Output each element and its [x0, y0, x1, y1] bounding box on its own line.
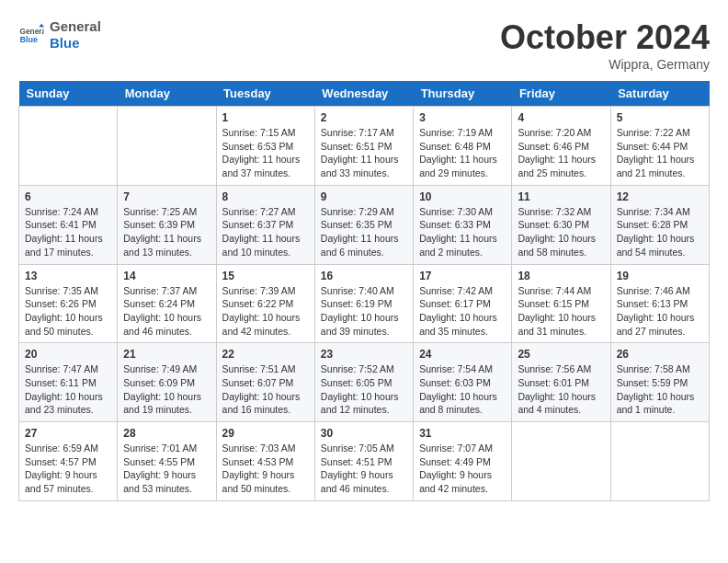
- day-info: Sunrise: 7:27 AM Sunset: 6:37 PM Dayligh…: [222, 205, 309, 259]
- calendar-cell: 10Sunrise: 7:30 AM Sunset: 6:33 PM Dayli…: [414, 185, 512, 264]
- calendar-cell: 18Sunrise: 7:44 AM Sunset: 6:15 PM Dayli…: [512, 264, 610, 343]
- day-number: 14: [123, 270, 210, 282]
- day-info: Sunrise: 7:29 AM Sunset: 6:35 PM Dayligh…: [321, 205, 407, 259]
- day-number: 8: [222, 190, 309, 203]
- day-number: 3: [419, 111, 506, 124]
- calendar-cell: [610, 422, 709, 501]
- day-number: 4: [518, 111, 604, 124]
- day-number: 11: [518, 190, 604, 203]
- calendar-cell: 1Sunrise: 7:15 AM Sunset: 6:53 PM Daylig…: [216, 107, 314, 186]
- day-number: 10: [419, 190, 506, 203]
- title-block: October 2024 Wippra, Germany: [500, 18, 710, 72]
- calendar-header-row: SundayMondayTuesdayWednesdayThursdayFrid…: [19, 81, 710, 107]
- calendar-week-1: 1Sunrise: 7:15 AM Sunset: 6:53 PM Daylig…: [19, 107, 710, 186]
- day-number: 31: [419, 427, 506, 440]
- logo-blue-text: Blue: [50, 35, 101, 52]
- day-number: 19: [617, 270, 703, 282]
- svg-text:Blue: Blue: [19, 35, 38, 44]
- calendar-cell: 14Sunrise: 7:37 AM Sunset: 6:24 PM Dayli…: [118, 264, 216, 343]
- day-info: Sunrise: 7:44 AM Sunset: 6:15 PM Dayligh…: [518, 284, 604, 339]
- calendar-cell: 6Sunrise: 7:24 AM Sunset: 6:41 PM Daylig…: [19, 185, 118, 264]
- day-number: 23: [321, 348, 407, 361]
- calendar-cell: 15Sunrise: 7:39 AM Sunset: 6:22 PM Dayli…: [216, 264, 314, 343]
- logo-icon: General Blue: [18, 22, 44, 48]
- calendar-cell: 30Sunrise: 7:05 AM Sunset: 4:51 PM Dayli…: [314, 422, 413, 501]
- column-header-sunday: Sunday: [19, 81, 118, 107]
- calendar-week-3: 13Sunrise: 7:35 AM Sunset: 6:26 PM Dayli…: [19, 264, 710, 343]
- logo-general-text: General: [50, 18, 101, 35]
- day-info: Sunrise: 7:47 AM Sunset: 6:11 PM Dayligh…: [25, 362, 111, 417]
- day-number: 12: [617, 190, 703, 203]
- calendar-cell: 13Sunrise: 7:35 AM Sunset: 6:26 PM Dayli…: [19, 264, 118, 343]
- calendar-cell: 8Sunrise: 7:27 AM Sunset: 6:37 PM Daylig…: [216, 185, 314, 264]
- calendar-cell: 19Sunrise: 7:46 AM Sunset: 6:13 PM Dayli…: [610, 264, 709, 343]
- calendar-cell: 4Sunrise: 7:20 AM Sunset: 6:46 PM Daylig…: [512, 107, 610, 186]
- calendar-cell: 25Sunrise: 7:56 AM Sunset: 6:01 PM Dayli…: [512, 343, 610, 422]
- day-number: 29: [222, 427, 309, 440]
- day-info: Sunrise: 7:01 AM Sunset: 4:55 PM Dayligh…: [123, 442, 210, 496]
- day-number: 13: [25, 270, 111, 282]
- day-info: Sunrise: 7:42 AM Sunset: 6:17 PM Dayligh…: [419, 284, 506, 339]
- day-number: 20: [25, 348, 111, 361]
- calendar-cell: 3Sunrise: 7:19 AM Sunset: 6:48 PM Daylig…: [414, 107, 512, 186]
- calendar-cell: 5Sunrise: 7:22 AM Sunset: 6:44 PM Daylig…: [610, 107, 709, 186]
- day-number: 5: [617, 111, 703, 124]
- calendar-cell: 9Sunrise: 7:29 AM Sunset: 6:35 PM Daylig…: [314, 185, 413, 264]
- calendar-week-2: 6Sunrise: 7:24 AM Sunset: 6:41 PM Daylig…: [19, 185, 710, 264]
- day-info: Sunrise: 7:35 AM Sunset: 6:26 PM Dayligh…: [25, 284, 111, 339]
- day-info: Sunrise: 7:20 AM Sunset: 6:46 PM Dayligh…: [518, 126, 604, 180]
- calendar-cell: [512, 422, 610, 501]
- day-info: Sunrise: 7:30 AM Sunset: 6:33 PM Dayligh…: [419, 205, 506, 259]
- day-number: 22: [222, 348, 309, 361]
- day-number: 24: [419, 348, 506, 361]
- day-info: Sunrise: 7:52 AM Sunset: 6:05 PM Dayligh…: [321, 362, 407, 417]
- day-number: 27: [25, 427, 111, 440]
- day-info: Sunrise: 7:34 AM Sunset: 6:28 PM Dayligh…: [617, 205, 703, 259]
- calendar-cell: [118, 107, 216, 186]
- day-info: Sunrise: 7:03 AM Sunset: 4:53 PM Dayligh…: [222, 442, 309, 496]
- column-header-friday: Friday: [512, 81, 610, 107]
- day-number: 9: [321, 190, 407, 203]
- day-info: Sunrise: 7:58 AM Sunset: 5:59 PM Dayligh…: [617, 362, 703, 417]
- day-info: Sunrise: 7:46 AM Sunset: 6:13 PM Dayligh…: [617, 284, 703, 339]
- calendar-cell: 16Sunrise: 7:40 AM Sunset: 6:19 PM Dayli…: [314, 264, 413, 343]
- column-header-thursday: Thursday: [414, 81, 512, 107]
- calendar-cell: [19, 107, 118, 186]
- day-number: 28: [123, 427, 210, 440]
- column-header-tuesday: Tuesday: [216, 81, 314, 107]
- logo: General Blue General Blue: [18, 18, 101, 52]
- calendar-cell: 27Sunrise: 6:59 AM Sunset: 4:57 PM Dayli…: [19, 422, 118, 501]
- column-header-monday: Monday: [118, 81, 216, 107]
- calendar-cell: 23Sunrise: 7:52 AM Sunset: 6:05 PM Dayli…: [314, 343, 413, 422]
- day-number: 6: [25, 190, 111, 203]
- day-info: Sunrise: 7:32 AM Sunset: 6:30 PM Dayligh…: [518, 205, 604, 259]
- day-info: Sunrise: 6:59 AM Sunset: 4:57 PM Dayligh…: [25, 442, 111, 496]
- day-number: 16: [321, 270, 407, 282]
- calendar-week-5: 27Sunrise: 6:59 AM Sunset: 4:57 PM Dayli…: [19, 422, 710, 501]
- calendar-cell: 31Sunrise: 7:07 AM Sunset: 4:49 PM Dayli…: [414, 422, 512, 501]
- day-number: 30: [321, 427, 407, 440]
- day-info: Sunrise: 7:56 AM Sunset: 6:01 PM Dayligh…: [518, 362, 604, 417]
- calendar-cell: 22Sunrise: 7:51 AM Sunset: 6:07 PM Dayli…: [216, 343, 314, 422]
- svg-text:General: General: [19, 27, 44, 36]
- day-number: 26: [617, 348, 703, 361]
- column-header-wednesday: Wednesday: [314, 81, 413, 107]
- day-number: 21: [123, 348, 210, 361]
- day-number: 15: [222, 270, 309, 282]
- calendar-cell: 20Sunrise: 7:47 AM Sunset: 6:11 PM Dayli…: [19, 343, 118, 422]
- calendar-cell: 24Sunrise: 7:54 AM Sunset: 6:03 PM Dayli…: [414, 343, 512, 422]
- day-info: Sunrise: 7:05 AM Sunset: 4:51 PM Dayligh…: [321, 442, 407, 496]
- day-info: Sunrise: 7:15 AM Sunset: 6:53 PM Dayligh…: [222, 126, 309, 180]
- calendar-table: SundayMondayTuesdayWednesdayThursdayFrid…: [18, 81, 710, 501]
- calendar-cell: 17Sunrise: 7:42 AM Sunset: 6:17 PM Dayli…: [414, 264, 512, 343]
- day-number: 18: [518, 270, 604, 282]
- page-header: General Blue General Blue October 2024 W…: [18, 18, 710, 72]
- day-info: Sunrise: 7:19 AM Sunset: 6:48 PM Dayligh…: [419, 126, 506, 180]
- calendar-cell: 26Sunrise: 7:58 AM Sunset: 5:59 PM Dayli…: [610, 343, 709, 422]
- day-info: Sunrise: 7:54 AM Sunset: 6:03 PM Dayligh…: [419, 362, 506, 417]
- day-info: Sunrise: 7:39 AM Sunset: 6:22 PM Dayligh…: [222, 284, 309, 339]
- day-number: 1: [222, 111, 309, 124]
- month-title: October 2024: [500, 18, 710, 57]
- calendar-week-4: 20Sunrise: 7:47 AM Sunset: 6:11 PM Dayli…: [19, 343, 710, 422]
- location-text: Wippra, Germany: [500, 57, 710, 72]
